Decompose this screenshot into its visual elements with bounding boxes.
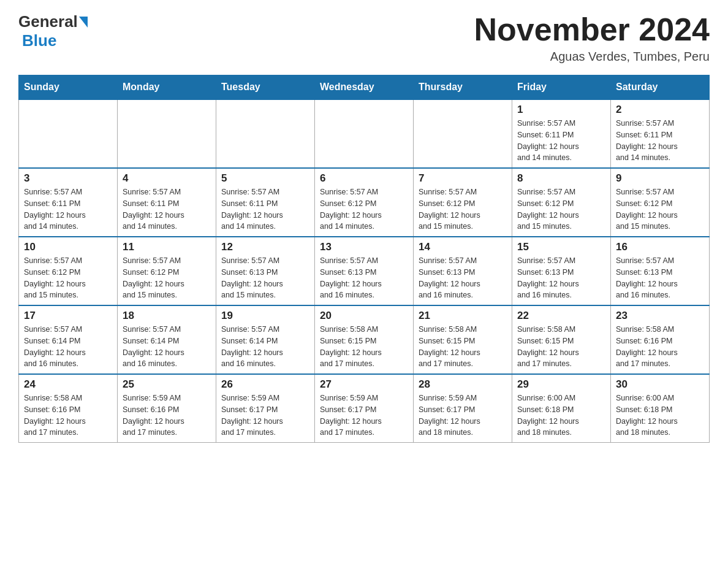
location-subtitle: Aguas Verdes, Tumbes, Peru [474, 50, 710, 64]
day-number: 4 [123, 172, 211, 185]
day-info: Sunrise: 5:57 AMSunset: 6:12 PMDaylight:… [517, 186, 605, 232]
weekday-header-tuesday: Tuesday [216, 75, 315, 100]
calendar-cell: 1Sunrise: 5:57 AMSunset: 6:11 PMDaylight… [512, 99, 611, 168]
day-number: 8 [517, 172, 605, 185]
day-info: Sunrise: 5:57 AMSunset: 6:14 PMDaylight:… [24, 324, 112, 370]
day-number: 22 [517, 310, 605, 322]
day-number: 9 [616, 172, 704, 185]
month-title: November 2024 [474, 12, 710, 47]
calendar-cell: 19Sunrise: 5:57 AMSunset: 6:14 PMDayligh… [216, 305, 315, 374]
weekday-header-wednesday: Wednesday [315, 75, 414, 100]
calendar-cell: 3Sunrise: 5:57 AMSunset: 6:11 PMDaylight… [19, 168, 118, 237]
logo-text: General [18, 12, 88, 31]
day-info: Sunrise: 5:57 AMSunset: 6:12 PMDaylight:… [616, 186, 704, 232]
calendar-cell: 12Sunrise: 5:57 AMSunset: 6:13 PMDayligh… [216, 237, 315, 305]
day-number: 27 [320, 378, 408, 391]
logo-triangle-icon [79, 17, 88, 28]
calendar-cell: 21Sunrise: 5:58 AMSunset: 6:15 PMDayligh… [414, 305, 512, 374]
day-info: Sunrise: 5:57 AMSunset: 6:11 PMDaylight:… [221, 186, 309, 232]
calendar-cell: 4Sunrise: 5:57 AMSunset: 6:11 PMDaylight… [118, 168, 216, 237]
weekday-header-monday: Monday [118, 75, 216, 100]
calendar-cell: 2Sunrise: 5:57 AMSunset: 6:11 PMDaylight… [611, 99, 710, 168]
day-number: 18 [123, 310, 211, 322]
calendar-cell [19, 99, 118, 168]
calendar-cell: 27Sunrise: 5:59 AMSunset: 6:17 PMDayligh… [315, 374, 414, 443]
day-number: 13 [320, 241, 408, 253]
week-row-4: 17Sunrise: 5:57 AMSunset: 6:14 PMDayligh… [19, 305, 710, 374]
day-info: Sunrise: 5:59 AMSunset: 6:17 PMDaylight:… [221, 393, 309, 439]
week-row-2: 3Sunrise: 5:57 AMSunset: 6:11 PMDaylight… [19, 168, 710, 237]
calendar-cell [414, 99, 512, 168]
calendar-cell: 6Sunrise: 5:57 AMSunset: 6:12 PMDaylight… [315, 168, 414, 237]
day-info: Sunrise: 5:57 AMSunset: 6:12 PMDaylight:… [320, 186, 408, 232]
week-row-1: 1Sunrise: 5:57 AMSunset: 6:11 PMDaylight… [19, 99, 710, 168]
day-info: Sunrise: 5:57 AMSunset: 6:13 PMDaylight:… [616, 255, 704, 301]
calendar-table: SundayMondayTuesdayWednesdayThursdayFrid… [18, 75, 710, 443]
calendar-cell: 18Sunrise: 5:57 AMSunset: 6:14 PMDayligh… [118, 305, 216, 374]
page-header: General Blue November 2024 Aguas Verdes,… [18, 12, 710, 64]
calendar-cell: 24Sunrise: 5:58 AMSunset: 6:16 PMDayligh… [19, 374, 118, 443]
day-number: 7 [419, 172, 507, 185]
week-row-3: 10Sunrise: 5:57 AMSunset: 6:12 PMDayligh… [19, 237, 710, 305]
calendar-cell [216, 99, 315, 168]
calendar-cell: 15Sunrise: 5:57 AMSunset: 6:13 PMDayligh… [512, 237, 611, 305]
calendar-cell: 9Sunrise: 5:57 AMSunset: 6:12 PMDaylight… [611, 168, 710, 237]
calendar-cell: 25Sunrise: 5:59 AMSunset: 6:16 PMDayligh… [118, 374, 216, 443]
day-info: Sunrise: 5:58 AMSunset: 6:15 PMDaylight:… [517, 324, 605, 370]
day-info: Sunrise: 5:57 AMSunset: 6:14 PMDaylight:… [123, 324, 211, 370]
day-number: 2 [616, 104, 704, 116]
day-info: Sunrise: 5:57 AMSunset: 6:13 PMDaylight:… [419, 255, 507, 301]
title-block: November 2024 Aguas Verdes, Tumbes, Peru [474, 12, 710, 64]
day-number: 16 [616, 241, 704, 253]
calendar-cell: 17Sunrise: 5:57 AMSunset: 6:14 PMDayligh… [19, 305, 118, 374]
day-number: 6 [320, 172, 408, 185]
calendar-cell: 28Sunrise: 5:59 AMSunset: 6:17 PMDayligh… [414, 374, 512, 443]
weekday-header-saturday: Saturday [611, 75, 710, 100]
day-number: 3 [24, 172, 112, 185]
calendar-cell: 20Sunrise: 5:58 AMSunset: 6:15 PMDayligh… [315, 305, 414, 374]
calendar-cell [118, 99, 216, 168]
calendar-cell: 29Sunrise: 6:00 AMSunset: 6:18 PMDayligh… [512, 374, 611, 443]
calendar-cell: 14Sunrise: 5:57 AMSunset: 6:13 PMDayligh… [414, 237, 512, 305]
calendar-cell: 13Sunrise: 5:57 AMSunset: 6:13 PMDayligh… [315, 237, 414, 305]
day-info: Sunrise: 5:57 AMSunset: 6:12 PMDaylight:… [123, 255, 211, 301]
day-info: Sunrise: 5:58 AMSunset: 6:15 PMDaylight:… [320, 324, 408, 370]
calendar-cell: 16Sunrise: 5:57 AMSunset: 6:13 PMDayligh… [611, 237, 710, 305]
weekday-header-friday: Friday [512, 75, 611, 100]
day-info: Sunrise: 5:58 AMSunset: 6:16 PMDaylight:… [24, 393, 112, 439]
day-number: 26 [221, 378, 309, 391]
calendar-cell: 8Sunrise: 5:57 AMSunset: 6:12 PMDaylight… [512, 168, 611, 237]
logo-general-text: General [18, 12, 78, 31]
calendar-cell: 11Sunrise: 5:57 AMSunset: 6:12 PMDayligh… [118, 237, 216, 305]
day-info: Sunrise: 5:57 AMSunset: 6:13 PMDaylight:… [221, 255, 309, 301]
day-info: Sunrise: 5:58 AMSunset: 6:15 PMDaylight:… [419, 324, 507, 370]
day-info: Sunrise: 5:59 AMSunset: 6:16 PMDaylight:… [123, 393, 211, 439]
day-info: Sunrise: 5:57 AMSunset: 6:14 PMDaylight:… [221, 324, 309, 370]
day-number: 12 [221, 241, 309, 253]
day-info: Sunrise: 6:00 AMSunset: 6:18 PMDaylight:… [616, 393, 704, 439]
day-number: 21 [419, 310, 507, 322]
weekday-header-thursday: Thursday [414, 75, 512, 100]
calendar-cell: 26Sunrise: 5:59 AMSunset: 6:17 PMDayligh… [216, 374, 315, 443]
day-number: 15 [517, 241, 605, 253]
day-number: 11 [123, 241, 211, 253]
day-number: 24 [24, 378, 112, 391]
calendar-cell: 30Sunrise: 6:00 AMSunset: 6:18 PMDayligh… [611, 374, 710, 443]
day-number: 23 [616, 310, 704, 322]
day-info: Sunrise: 5:58 AMSunset: 6:16 PMDaylight:… [616, 324, 704, 370]
calendar-cell: 5Sunrise: 5:57 AMSunset: 6:11 PMDaylight… [216, 168, 315, 237]
day-info: Sunrise: 5:57 AMSunset: 6:11 PMDaylight:… [24, 186, 112, 232]
day-info: Sunrise: 5:57 AMSunset: 6:13 PMDaylight:… [517, 255, 605, 301]
day-number: 20 [320, 310, 408, 322]
calendar-cell: 10Sunrise: 5:57 AMSunset: 6:12 PMDayligh… [19, 237, 118, 305]
day-number: 29 [517, 378, 605, 391]
calendar-cell: 23Sunrise: 5:58 AMSunset: 6:16 PMDayligh… [611, 305, 710, 374]
calendar-cell: 22Sunrise: 5:58 AMSunset: 6:15 PMDayligh… [512, 305, 611, 374]
week-row-5: 24Sunrise: 5:58 AMSunset: 6:16 PMDayligh… [19, 374, 710, 443]
day-info: Sunrise: 5:57 AMSunset: 6:11 PMDaylight:… [517, 118, 605, 164]
day-info: Sunrise: 5:57 AMSunset: 6:12 PMDaylight:… [24, 255, 112, 301]
day-number: 10 [24, 241, 112, 253]
weekday-header-sunday: Sunday [19, 75, 118, 100]
day-info: Sunrise: 5:59 AMSunset: 6:17 PMDaylight:… [419, 393, 507, 439]
day-info: Sunrise: 5:57 AMSunset: 6:11 PMDaylight:… [123, 186, 211, 232]
